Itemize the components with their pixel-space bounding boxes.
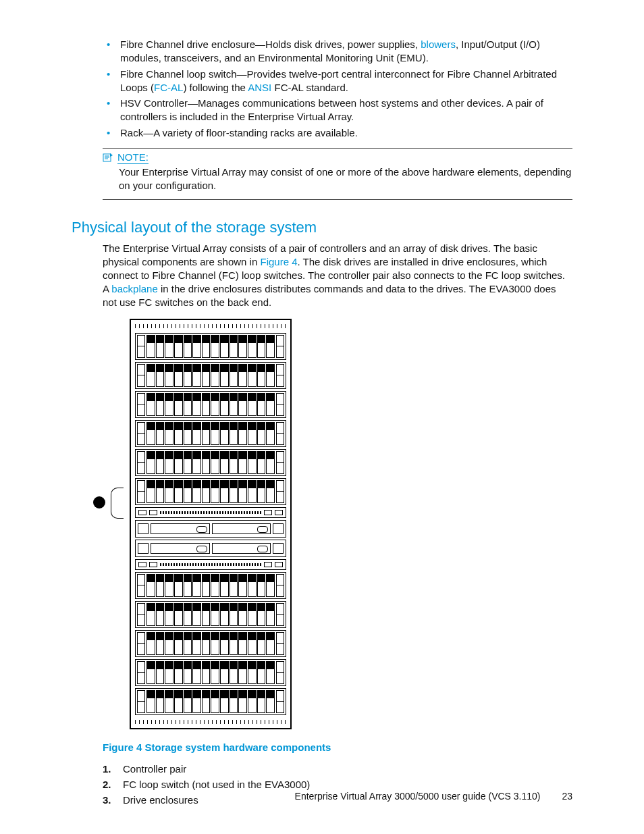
link-backplane[interactable]: backplane — [111, 283, 157, 294]
figure-caption: Figure 4 Storage system hardware compone… — [103, 741, 572, 753]
note-label: NOTE: — [117, 151, 149, 164]
drive-enclosure — [135, 572, 286, 599]
page: Fibre Channel drive enclosure—Holds disk… — [0, 0, 644, 834]
drive-enclosure — [135, 362, 286, 389]
drive-enclosure — [135, 449, 286, 476]
controller — [135, 520, 286, 538]
note-heading: NOTE: — [103, 151, 572, 164]
drive-enclosure — [135, 659, 286, 686]
rack-frame — [130, 319, 292, 729]
drive-enclosure — [135, 333, 286, 360]
drive-enclosure — [135, 391, 286, 418]
text: ) following the — [183, 82, 248, 93]
callout-dot-icon — [93, 496, 105, 509]
drive-enclosure — [135, 478, 286, 505]
bullet-item: Rack—A variety of floor-standing racks a… — [103, 126, 572, 140]
rack-bottom-rail — [135, 720, 286, 724]
link-blowers[interactable]: blowers — [421, 38, 456, 50]
bullet-item: Fibre Channel loop switch—Provides twelv… — [103, 68, 572, 95]
drive-enclosure — [135, 688, 286, 715]
note-box: NOTE: Your Enterprise Virtual Array may … — [103, 148, 572, 201]
drive-enclosure — [135, 601, 286, 628]
page-footer: Enterprise Virtual Array 3000/5000 user … — [0, 791, 644, 802]
controller — [135, 540, 286, 557]
rack-top-rail — [135, 324, 286, 328]
fc-loop-switch — [135, 559, 286, 570]
bracket-icon — [111, 488, 124, 519]
body-paragraph: The Enterprise Virtual Array consists of… — [103, 242, 572, 309]
text: Fibre Channel drive enclosure—Holds disk… — [120, 38, 421, 50]
drive-enclosure — [135, 420, 286, 447]
text: in the drive enclosures distributes comm… — [103, 283, 556, 308]
drive-enclosure — [135, 630, 286, 657]
bullet-item: HSV Controller—Manages communications be… — [103, 97, 572, 124]
text: Rack—A variety of floor-standing racks a… — [120, 127, 358, 138]
fc-loop-switch — [135, 507, 286, 518]
page-number: 23 — [562, 791, 572, 802]
note-body: Your Enterprise Virtual Array may consis… — [119, 165, 572, 193]
bullet-list: Fibre Channel drive enclosure—Holds disk… — [103, 38, 572, 140]
link-figure-4[interactable]: Figure 4 — [260, 256, 297, 267]
figure — [103, 319, 572, 729]
text: HSV Controller—Manages communications be… — [120, 97, 543, 122]
note-icon — [103, 153, 113, 162]
link-ansi[interactable]: ANSI — [248, 82, 271, 93]
legend-item: Controller pair — [103, 761, 572, 777]
footer-title: Enterprise Virtual Array 3000/5000 user … — [295, 791, 541, 802]
rack-diagram — [130, 319, 292, 729]
section-heading: Physical layout of the storage system — [72, 219, 572, 236]
legend-item: FC loop switch (not used in the EVA3000) — [103, 777, 572, 792]
bullet-item: Fibre Channel drive enclosure—Holds disk… — [103, 38, 572, 66]
text: FC-AL standard. — [271, 82, 348, 93]
link-fc-al[interactable]: FC-AL — [154, 82, 183, 93]
